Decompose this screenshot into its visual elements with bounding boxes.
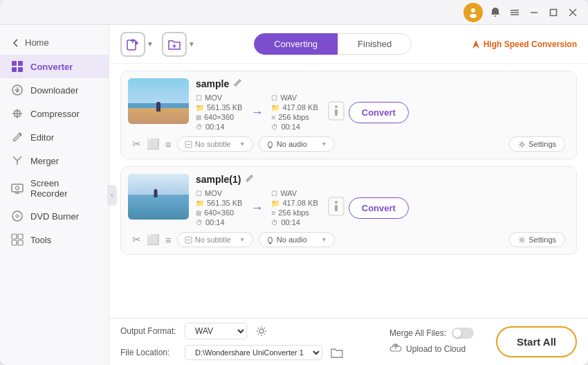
upload-cloud-row[interactable]: Upload to Cloud xyxy=(389,342,474,356)
svg-point-38 xyxy=(335,105,338,108)
output-format-label: Output Format: xyxy=(120,326,179,336)
user-avatar[interactable] xyxy=(463,3,483,22)
file-meta-row: ☐ MOV 📁 561.35 KB ⊞ 640 xyxy=(196,94,569,131)
bottom-left: Output Format: WAV File Location: D:\Won… xyxy=(120,322,367,362)
svg-marker-36 xyxy=(472,40,479,48)
audio-select[interactable]: No audio ▼ xyxy=(259,232,335,247)
toggle-knob xyxy=(453,329,461,337)
target-dur-item: ⏱ 00:14 xyxy=(271,218,318,226)
file-info: sample ☐ MOV xyxy=(196,78,569,131)
edit-filename-icon[interactable] xyxy=(233,78,242,89)
subtitle-select[interactable]: No subtitle ▼ xyxy=(177,136,253,152)
effects-icon[interactable]: ≡ xyxy=(165,139,172,150)
file-thumbnail xyxy=(128,78,189,124)
svg-rect-2 xyxy=(511,10,519,11)
sidebar-item-merger[interactable]: Merger xyxy=(0,149,109,172)
tab-finished[interactable]: Finished xyxy=(338,33,412,55)
title-bar xyxy=(0,0,588,25)
tab-converting[interactable]: Converting xyxy=(254,33,338,55)
target-format-item: ☐ WAV xyxy=(271,94,318,102)
output-format-select[interactable]: WAV xyxy=(185,323,247,339)
merge-label: Merge All Files: xyxy=(389,328,446,338)
subtitle-select[interactable]: No subtitle ▼ xyxy=(177,232,253,247)
add-file-dropdown-arrow[interactable]: ▼ xyxy=(147,40,154,48)
sidebar-item-compressor[interactable]: Compressor xyxy=(0,102,109,125)
file-info: sample(1) ☐ MOV xyxy=(196,174,569,226)
output-format-settings-icon[interactable] xyxy=(252,322,270,340)
sidebar-item-converter[interactable]: Converter xyxy=(0,55,109,78)
svg-point-47 xyxy=(335,201,338,204)
file-card: sample ☐ MOV xyxy=(120,71,577,159)
add-folder-group: ▼ xyxy=(162,32,195,57)
file-card: sample(1) ☐ MOV xyxy=(120,166,577,255)
target-size-item: 📁 417.08 KB xyxy=(271,103,318,112)
sidebar-item-label: Converter xyxy=(30,62,73,72)
add-folder-button[interactable] xyxy=(162,32,187,57)
speed-badge-label: High Speed Conversion xyxy=(484,39,577,49)
audio-select[interactable]: No audio ▼ xyxy=(259,136,335,152)
close-button[interactable] xyxy=(566,6,580,19)
source-duration: 00:14 xyxy=(205,218,225,226)
menu-icon[interactable] xyxy=(508,6,522,19)
output-format-row: Output Format: WAV xyxy=(120,322,367,340)
sidebar-item-screen-recorder[interactable]: Screen Recorder xyxy=(0,172,109,204)
target-meta: ☐ WAV 📁 417.08 KB ≡ 256 xyxy=(271,189,318,226)
merge-row: Merge All Files: xyxy=(389,328,474,339)
source-meta: ☐ MOV 📁 561.35 KB ⊞ 640 xyxy=(196,189,242,226)
browse-folder-icon[interactable] xyxy=(328,344,346,362)
edit-filename-icon[interactable] xyxy=(245,174,254,185)
sidebar-item-editor[interactable]: Editor xyxy=(0,125,109,149)
source-size: 561.35 KB xyxy=(207,199,242,207)
sidebar-item-label: Downloader xyxy=(30,85,78,96)
add-file-button[interactable] xyxy=(120,32,145,57)
notification-icon[interactable] xyxy=(488,6,502,19)
crop-icon[interactable]: ⬜ xyxy=(147,138,160,150)
svg-line-18 xyxy=(17,157,21,161)
svg-point-51 xyxy=(268,237,272,242)
high-speed-badge: High Speed Conversion xyxy=(471,39,577,49)
cut-icon[interactable]: ✂ xyxy=(132,138,141,150)
crop-icon[interactable]: ⬜ xyxy=(147,233,160,246)
subtitle-label: No subtitle xyxy=(195,140,231,148)
sidebar-collapse-tab[interactable]: ‹ xyxy=(107,185,117,206)
convert-button[interactable]: Convert xyxy=(349,102,409,123)
upload-cloud-icon xyxy=(389,342,402,356)
source-format: MOV xyxy=(205,189,222,197)
sidebar: Home Converter Downloader Compressor xyxy=(0,25,109,365)
maximize-button[interactable] xyxy=(546,6,560,19)
info-icon xyxy=(328,197,344,219)
bottom-bar: Output Format: WAV File Location: D:\Won… xyxy=(109,318,588,365)
sidebar-item-label: Compressor xyxy=(30,109,80,119)
sidebar-item-tools[interactable]: Tools xyxy=(0,228,109,251)
svg-point-45 xyxy=(521,143,524,145)
settings-label: Settings xyxy=(529,140,556,148)
sidebar-item-downloader[interactable]: Downloader xyxy=(0,78,109,102)
target-bitrate: 256 kbps xyxy=(278,113,309,121)
svg-rect-9 xyxy=(12,61,17,66)
file-thumbnail xyxy=(128,174,189,220)
cut-icon[interactable]: ✂ xyxy=(132,233,141,246)
convert-button[interactable]: Convert xyxy=(349,197,409,219)
svg-point-1 xyxy=(470,14,477,18)
merge-toggle[interactable] xyxy=(452,328,474,339)
target-duration: 00:14 xyxy=(281,123,300,131)
sidebar-back-button[interactable]: Home xyxy=(0,33,109,55)
title-bar-controls xyxy=(463,3,580,22)
file-location-label: File Location: xyxy=(120,348,179,357)
add-folder-dropdown-arrow[interactable]: ▼ xyxy=(188,40,195,48)
settings-button[interactable]: Settings xyxy=(509,136,565,152)
minimize-button[interactable] xyxy=(527,6,541,19)
file-location-select[interactable]: D:\Wondershare UniConverter 1 xyxy=(185,345,322,360)
effects-icon[interactable]: ≡ xyxy=(165,234,172,246)
svg-rect-11 xyxy=(12,67,17,72)
svg-rect-4 xyxy=(511,14,519,15)
start-all-button[interactable]: Start All xyxy=(496,326,577,357)
source-dur-item: ⏱ 00:14 xyxy=(196,123,242,131)
file-card-bottom: ✂ ⬜ ≡ No subtitle ▼ No audio ▼ xyxy=(128,136,569,152)
sidebar-item-dvd-burner[interactable]: DVD Burner xyxy=(0,204,109,228)
settings-button[interactable]: Settings xyxy=(509,232,565,247)
conversion-arrow-icon: → xyxy=(246,201,267,215)
sidebar-back-label: Home xyxy=(25,37,49,48)
target-size: 417.08 KB xyxy=(282,103,318,112)
file-list: sample ☐ MOV xyxy=(109,64,588,318)
